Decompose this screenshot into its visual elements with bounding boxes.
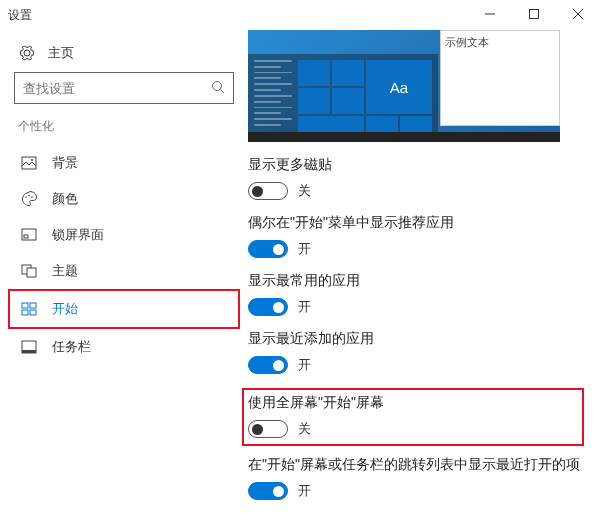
setting-label: 使用全屏幕"开始"屏幕 — [248, 394, 578, 412]
titlebar: 设置 — [0, 0, 600, 30]
minimize-button[interactable] — [468, 0, 512, 28]
svg-point-9 — [28, 195, 30, 197]
preview-start-menu: Aa — [248, 54, 438, 132]
toggle-state-text: 开 — [298, 482, 311, 500]
sidebar-item-label: 背景 — [52, 154, 78, 172]
svg-point-4 — [213, 81, 222, 90]
svg-rect-15 — [22, 303, 28, 308]
svg-rect-16 — [30, 303, 36, 308]
toggle-recently-added[interactable] — [248, 356, 288, 374]
home-label: 主页 — [48, 44, 74, 62]
search-box[interactable] — [14, 72, 234, 104]
sidebar-item-label: 任务栏 — [52, 338, 91, 356]
setting-label: 显示更多磁贴 — [248, 156, 590, 174]
maximize-button[interactable] — [512, 0, 556, 28]
svg-rect-20 — [22, 350, 36, 353]
search-icon — [211, 80, 225, 97]
lockscreen-icon — [20, 226, 38, 244]
window-controls — [468, 0, 600, 28]
toggle-jumplist-recent[interactable] — [248, 482, 288, 500]
sidebar-item-colors[interactable]: 颜色 — [14, 181, 234, 217]
sidebar: 主页 个性化 背景 颜色 锁屏界面 — [0, 30, 248, 514]
setting-jumplist-recent: 在"开始"屏幕或任务栏的跳转列表中显示最近打开的项 开 — [248, 456, 590, 500]
svg-rect-6 — [22, 157, 36, 169]
setting-label: 在"开始"屏幕或任务栏的跳转列表中显示最近打开的项 — [248, 456, 590, 474]
search-input[interactable] — [23, 81, 211, 96]
svg-rect-12 — [24, 235, 28, 238]
svg-line-5 — [221, 89, 225, 93]
setting-label: 显示最近添加的应用 — [248, 330, 590, 348]
start-preview: Aa 示例文本 — [248, 30, 560, 142]
picture-icon — [20, 154, 38, 172]
setting-fullscreen-start: 使用全屏幕"开始"屏幕 关 — [242, 388, 584, 446]
preview-window: 示例文本 — [440, 30, 560, 126]
toggle-state-text: 开 — [298, 298, 311, 316]
theme-icon — [20, 262, 38, 280]
sidebar-item-label: 锁屏界面 — [52, 226, 104, 244]
gear-icon — [18, 44, 36, 62]
taskbar-icon — [20, 338, 38, 356]
setting-label: 显示最常用的应用 — [248, 272, 590, 290]
svg-rect-18 — [30, 310, 36, 315]
setting-label: 偶尔在"开始"菜单中显示推荐应用 — [248, 214, 590, 232]
toggle-suggestions[interactable] — [248, 240, 288, 258]
toggle-most-used[interactable] — [248, 298, 288, 316]
home-button[interactable]: 主页 — [14, 38, 234, 72]
toggle-state-text: 关 — [298, 420, 311, 438]
toggle-state-text: 关 — [298, 182, 311, 200]
svg-point-8 — [25, 196, 27, 198]
main-content: Aa 示例文本 显示更多磁贴 关 偶尔在"开始"菜单中显示推荐应用 — [248, 30, 600, 514]
svg-rect-1 — [530, 10, 539, 19]
preview-window-title: 示例文本 — [445, 36, 489, 48]
close-button[interactable] — [556, 0, 600, 28]
sidebar-item-label: 主题 — [52, 262, 78, 280]
sidebar-item-background[interactable]: 背景 — [14, 145, 234, 181]
toggle-fullscreen-start[interactable] — [248, 420, 288, 438]
setting-more-tiles: 显示更多磁贴 关 — [248, 156, 590, 200]
toggle-state-text: 开 — [298, 356, 311, 374]
toggle-more-tiles[interactable] — [248, 182, 288, 200]
preview-sample-tile: Aa — [366, 60, 432, 114]
sidebar-item-label: 开始 — [52, 300, 78, 318]
sidebar-item-taskbar[interactable]: 任务栏 — [14, 329, 234, 365]
svg-rect-17 — [22, 310, 28, 315]
sidebar-item-label: 颜色 — [52, 190, 78, 208]
window-title: 设置 — [8, 7, 32, 24]
start-icon — [20, 300, 38, 318]
setting-recently-added: 显示最近添加的应用 开 — [248, 330, 590, 374]
section-label: 个性化 — [14, 118, 234, 135]
svg-point-7 — [31, 159, 33, 161]
svg-point-10 — [31, 196, 33, 198]
toggle-state-text: 开 — [298, 240, 311, 258]
palette-icon — [20, 190, 38, 208]
setting-most-used: 显示最常用的应用 开 — [248, 272, 590, 316]
sidebar-item-themes[interactable]: 主题 — [14, 253, 234, 289]
sidebar-item-lockscreen[interactable]: 锁屏界面 — [14, 217, 234, 253]
setting-suggestions: 偶尔在"开始"菜单中显示推荐应用 开 — [248, 214, 590, 258]
svg-rect-14 — [27, 268, 36, 277]
settings-list: 显示更多磁贴 关 偶尔在"开始"菜单中显示推荐应用 开 显示最常用的应用 开 — [248, 156, 590, 514]
sidebar-item-start[interactable]: 开始 — [8, 289, 240, 329]
